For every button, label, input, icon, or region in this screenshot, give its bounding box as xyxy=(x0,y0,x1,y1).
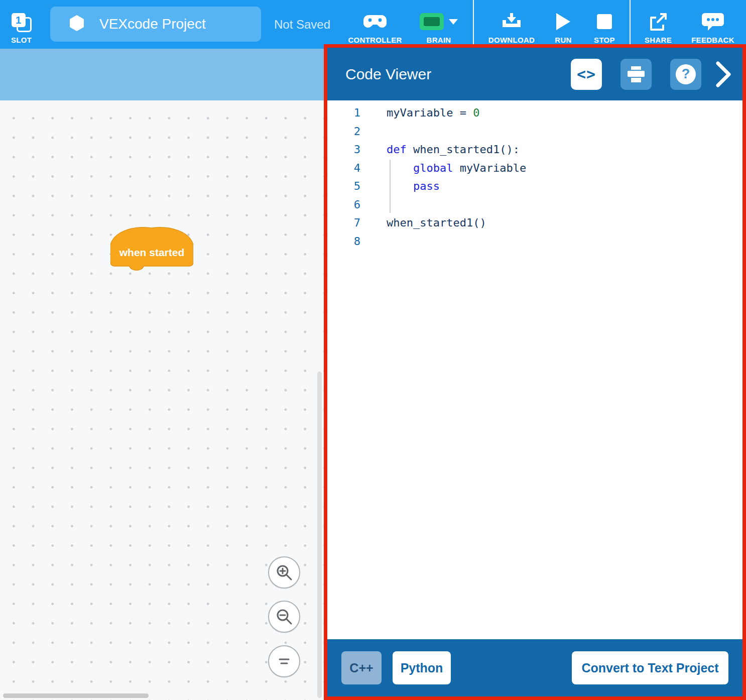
code-viewer-title: Code Viewer xyxy=(345,66,431,83)
brain-label: BRAIN xyxy=(427,36,451,44)
controller-label: CONTROLLER xyxy=(348,36,402,44)
run-label: RUN xyxy=(555,36,571,44)
toolbar-divider xyxy=(473,0,474,49)
zoom-in-icon xyxy=(275,563,293,581)
line-number: 1 xyxy=(327,104,360,123)
top-toolbar: 1 SLOT VEXcode Project Not Saved CON xyxy=(0,0,746,49)
code-text xyxy=(360,196,387,214)
code-line: 2 xyxy=(327,123,742,141)
horizontal-scrollbar[interactable] xyxy=(3,693,149,698)
code-text: myVariable = 0 xyxy=(360,104,479,123)
block-palette-strip xyxy=(0,49,327,100)
collapse-panel-button[interactable] xyxy=(715,61,731,88)
line-number: 2 xyxy=(327,123,360,141)
share-button[interactable]: SHARE xyxy=(640,0,677,49)
question-mark-icon: ? xyxy=(676,64,696,84)
line-number: 3 xyxy=(327,141,360,159)
slot-label: SLOT xyxy=(11,36,32,44)
line-number: 5 xyxy=(327,177,360,196)
run-button[interactable]: RUN xyxy=(547,0,579,49)
code-line: 7when_started1() xyxy=(327,214,742,232)
share-label: SHARE xyxy=(645,36,672,44)
help-button[interactable]: ? xyxy=(670,59,701,90)
code-viewer-footer: C++ Python Convert to Text Project xyxy=(327,639,742,696)
code-line: 1myVariable = 0 xyxy=(327,104,742,123)
cpp-language-button[interactable]: C++ xyxy=(341,651,382,684)
controller-icon xyxy=(363,12,387,32)
slot-icon: 1 xyxy=(12,13,32,32)
code-line: 8 xyxy=(327,232,742,251)
code-text: def when_started1(): xyxy=(360,141,520,159)
printer-icon xyxy=(628,66,645,82)
stop-button[interactable]: STOP xyxy=(588,0,620,49)
download-icon xyxy=(502,12,522,32)
project-title-box[interactable]: VEXcode Project xyxy=(50,7,261,42)
brain-dropdown-caret-icon xyxy=(449,19,458,25)
line-number: 4 xyxy=(327,159,360,178)
vexcode-app: 1 SLOT VEXcode Project Not Saved CON xyxy=(0,0,746,700)
code-text: global myVariable xyxy=(360,159,526,178)
convert-to-text-project-button[interactable]: Convert to Text Project xyxy=(572,651,728,684)
when-started-block[interactable]: when started xyxy=(110,225,193,272)
controller-button[interactable]: CONTROLLER xyxy=(344,0,406,49)
code-line: 3def when_started1(): xyxy=(327,141,742,159)
stop-label: STOP xyxy=(594,36,615,44)
toolbar-actions: CONTROLLER BRAIN DOWNLOAD xyxy=(344,0,746,49)
line-number: 6 xyxy=(327,196,360,214)
brain-screen-icon xyxy=(424,17,440,26)
print-button[interactable] xyxy=(620,59,652,90)
code-viewer-header: Code Viewer <> ? xyxy=(327,48,742,100)
zoom-out-icon xyxy=(275,608,293,626)
code-text: pass xyxy=(360,177,440,196)
code-text xyxy=(360,232,387,251)
code-viewer-header-icons: <> ? xyxy=(552,59,731,90)
hexagon-icon xyxy=(69,15,84,34)
feedback-button[interactable]: FEEDBACK xyxy=(685,0,741,49)
zoom-reset-icon xyxy=(277,654,292,669)
line-number: 8 xyxy=(327,232,360,251)
chevron-right-icon xyxy=(715,61,731,88)
download-label: DOWNLOAD xyxy=(488,36,535,44)
code-text: when_started1() xyxy=(360,214,486,232)
slot-selector[interactable]: 1 SLOT xyxy=(11,0,32,49)
code-area: 1myVariable = 023def when_started1():4 g… xyxy=(327,100,742,639)
code-viewer-panel: Code Viewer <> ? xyxy=(324,44,746,700)
python-language-button[interactable]: Python xyxy=(393,651,451,684)
zoom-reset-button[interactable] xyxy=(268,645,300,677)
feedback-label: FEEDBACK xyxy=(691,36,734,44)
feedback-icon xyxy=(702,12,724,32)
toolbar-divider xyxy=(630,0,631,49)
zoom-out-button[interactable] xyxy=(268,601,300,633)
vertical-scrollbar[interactable] xyxy=(317,372,322,698)
blocks-canvas[interactable]: when started xyxy=(0,100,327,700)
brain-button[interactable]: BRAIN xyxy=(414,0,464,49)
line-number: 7 xyxy=(327,214,360,232)
brain-icon xyxy=(420,12,458,32)
download-button[interactable]: DOWNLOAD xyxy=(483,0,540,49)
code-icon[interactable]: <> xyxy=(571,59,602,90)
zoom-in-button[interactable] xyxy=(268,556,300,589)
slot-number: 1 xyxy=(12,13,26,27)
save-status: Not Saved xyxy=(274,0,330,49)
stop-icon xyxy=(597,12,612,32)
run-icon xyxy=(556,12,570,32)
share-icon xyxy=(649,12,667,32)
code-text xyxy=(360,123,387,141)
when-started-label: when started xyxy=(110,247,193,259)
indent-guide xyxy=(390,160,391,213)
project-title: VEXcode Project xyxy=(99,16,206,32)
